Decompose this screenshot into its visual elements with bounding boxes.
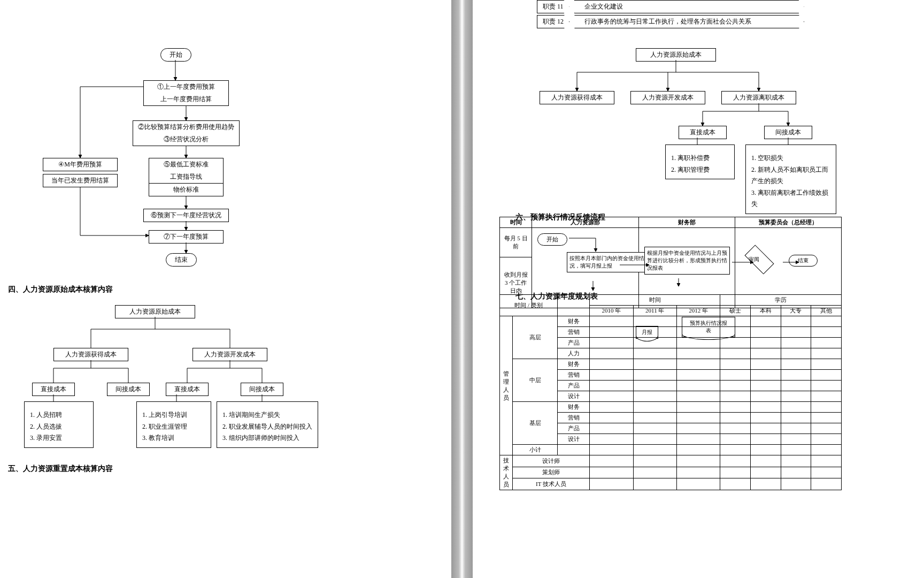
chev-12: 职责 12 xyxy=(537,15,569,28)
tree1-note2: 1. 上岗引导培训 2. 职业生涯管理 3. 教育培训 xyxy=(136,401,211,448)
flow-b3b: 工资指导线 xyxy=(149,171,224,184)
flow-end: 结束 xyxy=(166,253,197,267)
left-page: 开始 ①上一年度费用预算 上一年度费用结算 ②比较预算结算分析费用使用趋势 ③经… xyxy=(0,0,451,578)
swim-start: 开始 xyxy=(537,233,567,246)
flow-b3a: ⑤最低工资标准 xyxy=(149,158,224,171)
swim-step2: 根据月报中资金使用情况与上月预算进行比较分析，形成预算执行情况报表 xyxy=(644,247,730,275)
flow-b2a: ②比较预算结算分析费用使用趋势 xyxy=(133,120,240,134)
tree1-l1: 直接成本 xyxy=(32,383,75,396)
plan-table: 时间 / 类别 时间 学历 2010 年2011 年2012 年 硕士本科大专其… xyxy=(499,294,842,490)
heading-5: 五、人力资源重置成本核算内容 xyxy=(8,464,113,474)
tree1-note1: 1. 人员招聘 2. 人员选拔 3. 录用安置 xyxy=(24,401,94,448)
flow-b5: ⑦下一年度预算 xyxy=(149,230,224,244)
tree2-n1: 人力资源获得成本 xyxy=(540,91,614,104)
right-page: 职责 11 企业文化建设 职责 12 行政事务的统筹与日常工作执行，处理各方面社… xyxy=(473,0,924,578)
swim-decide: 审阅 xyxy=(749,256,759,263)
tree2-n2: 人力资源开发成本 xyxy=(630,91,705,104)
page-gutter xyxy=(451,0,473,578)
tree2-root: 人力资源原始成本 xyxy=(636,48,716,62)
chev-11-text: 企业文化建设 xyxy=(574,0,804,13)
flow-b1b: 上一年度费用结算 xyxy=(143,93,229,106)
tree2-l1: 直接成本 xyxy=(679,126,727,139)
tree1-l3: 直接成本 xyxy=(166,383,209,396)
tree1-n2: 人力资源开发成本 xyxy=(192,348,267,361)
flow-b1a: ①上一年度费用预算 xyxy=(143,80,229,94)
swim-step1: 按照本月本部门内的资金使用情况，填写月报上报 xyxy=(567,252,650,272)
tree2-n3: 人力资源离职成本 xyxy=(721,91,796,104)
flow-side-b: 当年已发生费用结算 xyxy=(43,174,118,187)
tree2-l2: 间接成本 xyxy=(764,126,812,139)
tree1-l4: 间接成本 xyxy=(241,383,283,396)
chev-12-text: 行政事务的统筹与日常工作执行，处理各方面社会公共关系 xyxy=(574,15,804,28)
heading-4: 四、人力资源原始成本核算内容 xyxy=(8,285,113,294)
flow-b4: ⑥预测下一年度经营状况 xyxy=(143,209,229,222)
tree1-l2: 间接成本 xyxy=(107,383,150,396)
tree2-note1: 1. 离职补偿费 2. 离职管理费 xyxy=(665,144,735,179)
tree1-root: 人力资源原始成本 xyxy=(115,305,195,318)
flow-side-a: ④M年费用预算 xyxy=(43,158,118,171)
flow-b2b: ③经营状况分析 xyxy=(133,133,240,146)
flow-b3c: 物价标准 xyxy=(149,184,224,196)
swim-end: 结束 xyxy=(789,255,818,267)
chev-11: 职责 11 xyxy=(537,0,569,13)
tree1-n1: 人力资源获得成本 xyxy=(53,348,128,361)
tree1-note3: 1. 培训期间生产损失 2. 职业发展辅导人员的时间投入 3. 组织内部讲师的时… xyxy=(217,401,318,448)
tree2-note2: 1. 空职损失 2. 新聘人员不如离职员工而产生的损失 3. 离职前离职者工作绩… xyxy=(745,144,836,214)
flow-start: 开始 xyxy=(160,48,191,62)
